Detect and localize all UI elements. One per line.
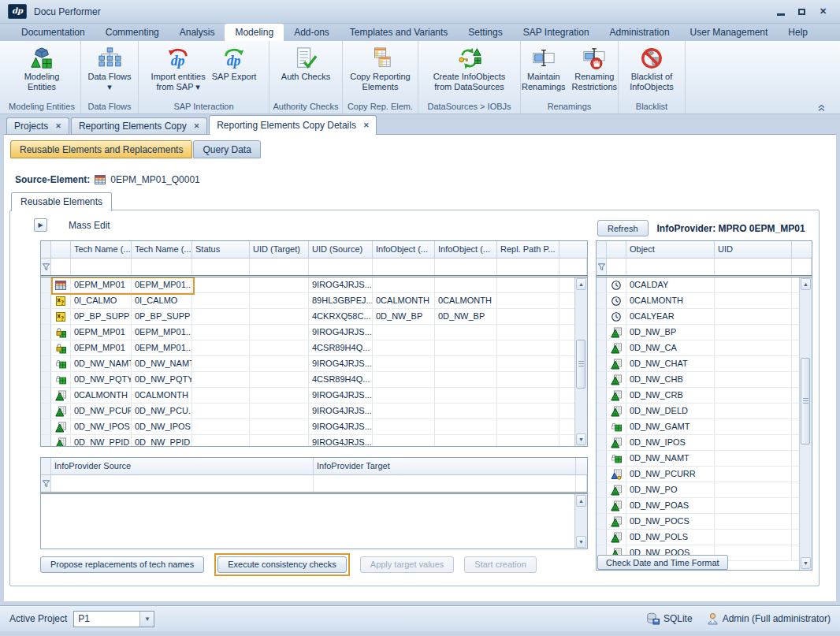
status-bar: Active Project P1 ▼ SQLite Admin (Full a… xyxy=(0,605,840,631)
scrollbar[interactable]: ▲▼ xyxy=(574,494,587,549)
tab-query-data[interactable]: Query Data xyxy=(193,140,260,158)
table-row[interactable]: 0D_NW_PCUR0D_NW_PCU...9IROG4JRJS... xyxy=(41,404,587,419)
time-characteristic-icon xyxy=(611,280,622,291)
table-row[interactable]: 0EPM_MP010EPM_MP01...9IROG4JRJS... xyxy=(41,325,587,340)
restore-button[interactable] xyxy=(794,6,809,17)
scroll-down-icon[interactable]: ▼ xyxy=(801,557,811,569)
table-row[interactable]: 0D_NW_IPOS0D_NW_IPOS9IROG4JRJS... xyxy=(41,419,587,435)
ribbon-group-caption: DataSources > IOBJs xyxy=(418,101,520,113)
active-project-value: P1 xyxy=(74,612,139,627)
ribbon-button-blacklist-of-infoobjects[interactable]: Blacklist ofInfoObjects xyxy=(627,44,676,93)
menu-tab-modeling[interactable]: Modeling xyxy=(225,24,284,41)
menu-tab-user-management[interactable]: User Management xyxy=(680,24,779,41)
list-item[interactable]: 0CALYEAR xyxy=(597,309,812,325)
ribbon-group-data-flows: Data Flows▾Data Flows xyxy=(81,41,139,113)
close-icon[interactable]: ✕ xyxy=(363,121,370,129)
check-date-button[interactable]: Check Date and Time Format xyxy=(597,555,728,570)
table-row[interactable]: 0D_NW_PPID0D_NW_PPID9IROG4JRJS... xyxy=(41,435,587,446)
mass-edit-expander[interactable]: ▶ xyxy=(34,218,47,232)
list-item[interactable]: 0D_NW_PO xyxy=(597,482,812,498)
ribbon-button-renaming-restrictions[interactable]: RenamingRestrictions xyxy=(570,44,619,93)
doc-tab-reporting-elements-copy[interactable]: Reporting Elements Copy✕ xyxy=(71,117,207,134)
close-button[interactable]: ✕ xyxy=(816,6,831,17)
ribbon-button-maintain-renamings[interactable]: MaintainRenamings xyxy=(519,44,568,93)
close-icon[interactable]: ✕ xyxy=(194,122,200,130)
infoprovider-objects-filter-row[interactable] xyxy=(597,258,812,277)
list-item[interactable]: 0D_NW_IPOS xyxy=(597,435,812,451)
scroll-thumb[interactable] xyxy=(576,340,585,389)
scrollbar[interactable]: ▲▼ xyxy=(799,277,812,570)
list-item[interactable]: 0CALDAY xyxy=(597,277,812,293)
list-item[interactable]: 0D_NW_CRB xyxy=(597,388,812,404)
reporting-element-icon xyxy=(95,174,106,185)
list-item[interactable]: 0D_NW_CHAT xyxy=(597,356,812,372)
doc-tab-projects[interactable]: Projects✕ xyxy=(6,117,69,134)
source-element-row: Source-Element: 0EPM_MP01_Q0001 xyxy=(15,174,200,185)
scroll-thumb[interactable] xyxy=(801,358,810,444)
apply-target-values-button[interactable]: Apply target values xyxy=(360,556,455,573)
list-item[interactable]: 0D_NW_CHB xyxy=(597,372,812,388)
table-row[interactable]: 0CALMONTH0CALMONTH9IROG4JRJS... xyxy=(41,388,587,404)
start-creation-button[interactable]: Start creation xyxy=(464,556,536,573)
menu-tab-help[interactable]: Help xyxy=(778,24,818,41)
tab-reusable-elements[interactable]: Reusable Elements xyxy=(11,192,112,211)
menu-tab-settings[interactable]: Settings xyxy=(458,24,512,41)
ribbon-group-caption: Modeling Entities xyxy=(3,101,80,113)
minimize-button[interactable] xyxy=(773,6,788,17)
list-item[interactable]: 0D_NW_BP xyxy=(597,325,812,340)
ribbon-button-import-entities-from-sap[interactable]: dpImport entitiesfrom SAP ▾ xyxy=(149,44,208,93)
database-status[interactable]: SQLite xyxy=(646,612,693,625)
execute-consistency-checks-button[interactable]: Execute consistency checks xyxy=(217,556,347,573)
list-item[interactable]: 0D_NW_CA xyxy=(597,340,812,356)
list-item[interactable]: 0CALMONTH xyxy=(597,293,812,309)
ribbon-button-create-infoobjects-from-datasources[interactable]: Create InfoObjectsfrom DataSources xyxy=(431,44,508,93)
table-row[interactable]: 0D_NW_PQTY0D_NW_PQTY4CSR89H4Q... xyxy=(41,372,587,388)
active-project-combo[interactable]: P1 ▼ xyxy=(73,611,154,627)
renaming-restrictions-icon xyxy=(582,45,606,72)
combo-dropdown-icon[interactable]: ▼ xyxy=(139,612,154,627)
menu-tab-sap-integration[interactable]: SAP Integration xyxy=(513,24,600,41)
scrollbar[interactable]: ▲▼ xyxy=(574,277,587,446)
infoprovider-title: InfoProvider: MPRO 0EPM_MP01 xyxy=(657,223,805,234)
scroll-up-icon[interactable]: ▲ xyxy=(576,495,586,507)
ribbon-button-data-flows[interactable]: Data Flows▾ xyxy=(85,44,133,93)
menu-tab-templates-and-variants[interactable]: Templates and Variants xyxy=(340,24,459,41)
doc-tab-reporting-elements-copy-details[interactable]: Reporting Elements Copy Details✕ xyxy=(209,115,377,135)
list-item[interactable]: 0D_NW_POAS xyxy=(597,498,812,514)
list-item[interactable]: 0D_NW_POCS xyxy=(597,514,812,530)
table-row[interactable]: 0EPM_MP010EPM_MP01...4CSR89H4Q... xyxy=(41,340,587,356)
table-row[interactable]: ?0P_BP_SUPP0P_BP_SUPP4CKRXQ58C...0D_NW_B… xyxy=(41,309,587,325)
ribbon-button-auth-checks[interactable]: Auth Checks xyxy=(279,44,333,83)
reusable-elements-filter-row[interactable] xyxy=(41,258,587,277)
list-item[interactable]: 0D_NW_POLS xyxy=(597,530,812,545)
tab-reusable-elements-and-replacements[interactable]: Reusable Elements and Replacements xyxy=(10,140,192,158)
user-status[interactable]: Admin (Full administrator) xyxy=(707,612,831,625)
menu-tab-commenting[interactable]: Commenting xyxy=(95,24,169,41)
reporting-element-icon xyxy=(55,280,66,291)
close-icon[interactable]: ✕ xyxy=(55,122,61,130)
scroll-down-icon[interactable]: ▼ xyxy=(576,536,586,548)
ribbon-button-copy-reporting-elements[interactable]: Copy ReportingElements xyxy=(348,44,412,93)
list-item[interactable]: 0D_NW_NAMT xyxy=(597,451,812,467)
refresh-button[interactable]: Refresh xyxy=(597,220,649,236)
scroll-down-icon[interactable]: ▼ xyxy=(576,433,586,445)
list-item[interactable]: 0D_NW_GAMT xyxy=(597,419,812,435)
list-item[interactable]: 0D_NW_DELD xyxy=(597,404,812,419)
scroll-up-icon[interactable]: ▲ xyxy=(801,278,811,290)
reusable-elements-panel: ▶ Mass Edit Tech Name (...Tech Name (...… xyxy=(9,210,820,586)
ribbon-collapse-icon[interactable] xyxy=(817,101,826,631)
table-row[interactable]: 0EPM_MP010EPM_MP01...9IROG4JRJS... xyxy=(41,277,587,293)
menu-tab-administration[interactable]: Administration xyxy=(600,24,680,41)
propose-replacements-of-tech-names-button[interactable]: Propose replacements of tech names xyxy=(40,556,204,573)
menu-tab-analysis[interactable]: Analysis xyxy=(169,24,225,41)
menu-tab-documentation[interactable]: Documentation xyxy=(11,24,95,41)
ribbon-button-modeling-entities[interactable]: ModelingEntities xyxy=(22,44,62,93)
scroll-up-icon[interactable]: ▲ xyxy=(576,278,586,290)
list-item[interactable]: 0D_NW_PCURR xyxy=(597,467,812,482)
calculated-element-icon xyxy=(55,343,66,354)
table-row[interactable]: ?0I_CALMO0I_CALMO89HL3GBPEJ...0CALMONTH0… xyxy=(41,293,587,309)
ribbon-button-sap-export[interactable]: dpSAP Export xyxy=(210,44,259,83)
table-row[interactable]: 0D_NW_NAMT0D_NW_NAMT9IROG4JRJS... xyxy=(41,356,587,372)
infoprovider-mapping-filter-row[interactable] xyxy=(41,475,587,494)
menu-tab-add-ons[interactable]: Add-ons xyxy=(284,24,340,41)
